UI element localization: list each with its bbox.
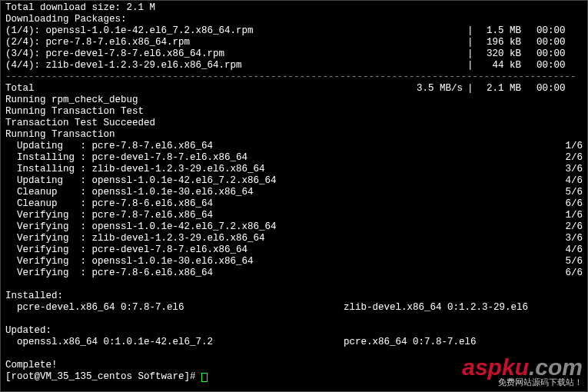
prompt-text: [root@VM_35_135_centos Software]# (5, 371, 201, 382)
transaction-count: 4/6 (552, 244, 583, 256)
cursor-icon (201, 373, 208, 382)
download-size: 44 kB (483, 60, 537, 71)
total-time: 00:00 (537, 83, 583, 95)
transaction-row: Updating : openssl-1.0.1e-42.el6_7.2.x86… (5, 175, 583, 187)
progress-message: Running Transaction (5, 129, 583, 141)
download-row: (3/4): pcre-devel-7.8-7.el6.x86_64.rpm|3… (5, 48, 583, 60)
watermark: aspku.com 免费网站源码下载站！ (462, 357, 583, 388)
transaction-text: Installing : zlib-devel-1.2.3-29.el6.x86… (5, 164, 552, 175)
transaction-text: Verifying : pcre-7.8-6.el6.x86_64 (5, 267, 552, 279)
transaction-text: Verifying : openssl-1.0.1e-42.el6_7.2.x8… (5, 221, 552, 233)
transaction-count: 2/6 (552, 221, 583, 233)
transaction-row: Verifying : openssl-1.0.1e-30.el6.x86_64… (5, 256, 583, 267)
transaction-row: Verifying : pcre-7.8-7.el6.x86_641/6 (5, 210, 583, 221)
transaction-text: Verifying : openssl-1.0.1e-30.el6.x86_64 (5, 256, 552, 267)
download-name: (2/4): pcre-7.8-7.el6.x86_64.rpm (5, 37, 467, 48)
transaction-text: Verifying : zlib-devel-1.2.3-29.el6.x86_… (5, 233, 552, 244)
transaction-count: 6/6 (552, 267, 583, 279)
updated-item-1: openssl.x86_64 0:1.0.1e-42.el6_7.2 (5, 337, 344, 348)
progress-message: Transaction Test Succeeded (5, 118, 583, 129)
total-bar: | (467, 83, 483, 95)
download-bar: | (467, 25, 483, 37)
transaction-row: Verifying : zlib-devel-1.2.3-29.el6.x86_… (5, 233, 583, 244)
downloading-label: Downloading Packages: (5, 14, 583, 25)
download-name: (3/4): pcre-devel-7.8-7.el6.x86_64.rpm (5, 48, 467, 60)
download-row: (4/4): zlib-devel-1.2.3-29.el6.x86_64.rp… (5, 60, 583, 71)
transaction-count: 3/6 (552, 233, 583, 244)
download-row: (2/4): pcre-7.8-7.el6.x86_64.rpm|196 kB0… (5, 37, 583, 48)
transaction-text: Updating : pcre-7.8-7.el6.x86_64 (5, 141, 552, 152)
transaction-row: Cleanup : pcre-7.8-6.el6.x86_646/6 (5, 198, 583, 210)
transaction-text: Verifying : pcre-devel-7.8-7.el6.x86_64 (5, 244, 552, 256)
transaction-row: Installing : zlib-devel-1.2.3-29.el6.x86… (5, 164, 583, 175)
download-bar: | (467, 37, 483, 48)
total-download-size: Total download size: 2.1 M (5, 2, 583, 14)
transaction-text: Verifying : pcre-7.8-7.el6.x86_64 (5, 210, 552, 221)
transaction-count: 1/6 (552, 141, 583, 152)
transaction-text: Cleanup : openssl-1.0.1e-30.el6.x86_64 (5, 187, 552, 198)
download-name: (1/4): openssl-1.0.1e-42.el6_7.2.x86_64.… (5, 25, 467, 37)
transaction-text: Cleanup : pcre-7.8-6.el6.x86_64 (5, 198, 552, 210)
download-bar: | (467, 48, 483, 60)
transaction-count: 3/6 (552, 164, 583, 175)
transaction-count: 2/6 (552, 152, 583, 164)
installed-heading: Installed: (5, 291, 583, 302)
transaction-count: 5/6 (552, 187, 583, 198)
progress-message: Running rpm_check_debug (5, 95, 583, 106)
download-name: (4/4): zlib-devel-1.2.3-29.el6.x86_64.rp… (5, 60, 467, 71)
total-rate: 3.5 MB/s (398, 83, 467, 95)
installed-item-1: pcre-devel.x86_64 0:7.8-7.el6 (5, 302, 344, 314)
transaction-row: Verifying : pcre-devel-7.8-7.el6.x86_644… (5, 244, 583, 256)
progress-message: Running Transaction Test (5, 106, 583, 118)
installed-item-2: zlib-devel.x86_64 0:1.2.3-29.el6 (344, 302, 583, 314)
transaction-count: 5/6 (552, 256, 583, 267)
separator: ----------------------------------------… (5, 71, 583, 83)
total-row: Total 3.5 MB/s | 2.1 MB 00:00 (5, 83, 583, 95)
download-time: 00:00 (537, 60, 583, 71)
transaction-row: Verifying : pcre-7.8-6.el6.x86_646/6 (5, 267, 583, 279)
download-time: 00:00 (537, 37, 583, 48)
blank (5, 279, 583, 291)
updated-list: openssl.x86_64 0:1.0.1e-42.el6_7.2 pcre.… (5, 337, 583, 348)
updated-item-2: pcre.x86_64 0:7.8-7.el6 (344, 337, 583, 348)
transaction-row: Verifying : openssl-1.0.1e-42.el6_7.2.x8… (5, 221, 583, 233)
transaction-row: Installing : pcre-devel-7.8-7.el6.x86_64… (5, 152, 583, 164)
download-time: 00:00 (537, 48, 583, 60)
download-size: 196 kB (483, 37, 537, 48)
transaction-row: Updating : pcre-7.8-7.el6.x86_641/6 (5, 141, 583, 152)
download-bar: | (467, 60, 483, 71)
download-size: 1.5 MB (483, 25, 537, 37)
download-row: (1/4): openssl-1.0.1e-42.el6_7.2.x86_64.… (5, 25, 583, 37)
transaction-text: Updating : openssl-1.0.1e-42.el6_7.2.x86… (5, 175, 552, 187)
transaction-row: Cleanup : openssl-1.0.1e-30.el6.x86_645/… (5, 187, 583, 198)
installed-list: pcre-devel.x86_64 0:7.8-7.el6 zlib-devel… (5, 302, 583, 314)
download-time: 00:00 (537, 25, 583, 37)
updated-heading: Updated: (5, 325, 583, 337)
transaction-count: 4/6 (552, 175, 583, 187)
transaction-text: Installing : pcre-devel-7.8-7.el6.x86_64 (5, 152, 552, 164)
total-size: 2.1 MB (483, 83, 537, 95)
total-label: Total (5, 83, 398, 95)
transaction-count: 6/6 (552, 198, 583, 210)
download-size: 320 kB (483, 48, 537, 60)
blank (5, 314, 583, 325)
transaction-count: 1/6 (552, 210, 583, 221)
